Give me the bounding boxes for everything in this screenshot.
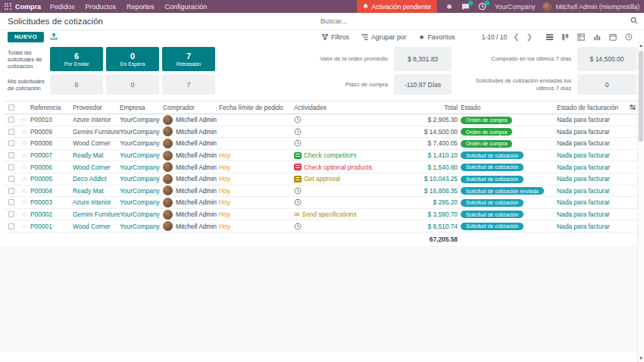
col-estado[interactable]: Estado bbox=[461, 104, 557, 111]
rfq-reference[interactable]: P00010 bbox=[30, 116, 73, 123]
col-fecha-limite[interactable]: Fecha límite de pedido bbox=[219, 104, 294, 111]
kpi-my-late[interactable]: 7 bbox=[162, 74, 215, 95]
col-actividades[interactable]: Actividades bbox=[294, 104, 409, 111]
favorite-star-icon[interactable]: ☆ bbox=[18, 198, 30, 206]
kanban-view-icon[interactable] bbox=[561, 33, 570, 42]
my-rfq-label[interactable]: Mis solicitudes de cotización bbox=[8, 74, 47, 95]
col-comprador[interactable]: Comprador bbox=[163, 104, 219, 111]
calendar-view-icon[interactable] bbox=[608, 33, 617, 42]
activity-cell[interactable]: Check competitors bbox=[294, 151, 409, 159]
row-checkbox[interactable] bbox=[5, 199, 18, 205]
table-row[interactable]: ☆ P00003 Azure Interior YourCompany Mitc… bbox=[5, 197, 644, 209]
row-checkbox[interactable] bbox=[5, 129, 18, 135]
table-row[interactable]: ☆ P00001 Wood Corner YourCompany Mitchel… bbox=[5, 220, 644, 232]
activity-cell[interactable] bbox=[294, 223, 409, 230]
table-row[interactable]: ☆ P00004 Ready Mat YourCompany Mitchell … bbox=[5, 186, 644, 198]
activation-pending-button[interactable]: Activación pendiente bbox=[357, 0, 436, 13]
menu-pedidos[interactable]: Pedidos bbox=[50, 3, 75, 11]
filters-button[interactable]: Filtros bbox=[322, 33, 349, 41]
select-all-checkbox[interactable] bbox=[5, 105, 18, 111]
table-row[interactable]: ☆ P00006 Wood Corner YourCompany Mitchel… bbox=[5, 161, 644, 173]
scroll-down-icon[interactable]: ▼ bbox=[638, 356, 644, 360]
rfq-reference[interactable]: P00004 bbox=[30, 187, 73, 195]
user-menu[interactable]: Mitchell Admin (miempresilla) bbox=[542, 2, 639, 11]
activity-cell[interactable]: ✉ Send specifications bbox=[294, 211, 409, 218]
rfq-reference[interactable]: P00002 bbox=[30, 211, 73, 218]
rfq-reference[interactable]: P00008 bbox=[30, 139, 73, 147]
col-empresa[interactable]: Empresa bbox=[120, 104, 163, 111]
pivot-view-icon[interactable] bbox=[577, 33, 586, 42]
all-rfq-label[interactable]: Todas las solicitudes de cotización bbox=[8, 47, 47, 71]
search-icon[interactable] bbox=[630, 17, 638, 26]
row-checkbox[interactable] bbox=[5, 211, 18, 217]
kpi-waiting[interactable]: 0 En Espera bbox=[106, 47, 159, 71]
messages-icon[interactable] bbox=[461, 2, 470, 11]
group-by-button[interactable]: Agrupar por bbox=[361, 33, 406, 41]
activity-cell[interactable]: Check optional products bbox=[294, 164, 409, 171]
row-checkbox[interactable] bbox=[5, 117, 18, 123]
favorites-button[interactable]: ★ Favoritos bbox=[418, 33, 455, 41]
kpi-my-waiting[interactable]: 0 bbox=[106, 74, 159, 95]
list-view-icon[interactable] bbox=[545, 33, 554, 42]
table-row[interactable]: ☆ P00005 Deco Addict YourCompany Mitchel… bbox=[5, 173, 644, 186]
company-switcher[interactable]: YourCompany bbox=[495, 3, 536, 11]
favorite-star-icon[interactable]: ☆ bbox=[18, 175, 30, 183]
row-checkbox[interactable] bbox=[5, 164, 18, 170]
apps-menu[interactable]: Compra bbox=[5, 3, 41, 11]
favorite-star-icon[interactable]: ☆ bbox=[18, 164, 30, 171]
upload-icon[interactable] bbox=[50, 33, 58, 42]
activity-cell[interactable] bbox=[294, 139, 409, 147]
purchased-7days-value[interactable]: $ 14,500.00 bbox=[577, 47, 636, 71]
activity-cell[interactable] bbox=[294, 198, 409, 206]
new-button[interactable]: NUEVO bbox=[8, 32, 44, 42]
kpi-to-send[interactable]: 6 Por Enviar bbox=[50, 47, 103, 71]
col-proveedor[interactable]: Proveedor bbox=[73, 104, 120, 111]
table-row[interactable]: ☆ P00009 Gemini Furniture YourCompany Mi… bbox=[5, 126, 644, 139]
menu-reportes[interactable]: Reportes bbox=[127, 3, 155, 11]
pager-previous-icon[interactable]: ❮ bbox=[512, 33, 520, 41]
activity-cell[interactable]: Get approval bbox=[294, 175, 409, 183]
app-name[interactable]: Compra bbox=[15, 3, 41, 11]
row-checkbox[interactable] bbox=[5, 223, 18, 229]
favorite-star-icon[interactable]: ☆ bbox=[18, 211, 30, 218]
table-row[interactable]: ☆ P00010 Azure Interior YourCompany Mitc… bbox=[5, 114, 644, 126]
pager-next-icon[interactable]: ❯ bbox=[526, 33, 533, 41]
vertical-scrollbar[interactable]: ▲ ▼ bbox=[637, 42, 644, 362]
row-checkbox[interactable] bbox=[5, 152, 18, 158]
favorite-star-icon[interactable]: ☆ bbox=[18, 187, 30, 195]
rfq-sent-7days-value[interactable]: 0 bbox=[577, 74, 636, 95]
row-checkbox[interactable] bbox=[5, 188, 18, 194]
lead-time-value[interactable]: -110.87 Días bbox=[394, 74, 452, 95]
kpi-late[interactable]: 7 Retrasado bbox=[162, 47, 215, 71]
activity-view-icon[interactable] bbox=[624, 33, 633, 42]
search-bar[interactable] bbox=[314, 13, 644, 30]
favorite-star-icon[interactable]: ☆ bbox=[18, 128, 30, 136]
rfq-reference[interactable]: P00007 bbox=[30, 151, 73, 159]
rfq-reference[interactable]: P00006 bbox=[30, 164, 73, 171]
rfq-reference[interactable]: P00003 bbox=[30, 198, 73, 206]
scroll-up-icon[interactable]: ▲ bbox=[638, 43, 644, 48]
activities-clock-icon[interactable] bbox=[478, 2, 487, 11]
favorite-star-icon[interactable]: ☆ bbox=[18, 116, 30, 123]
activity-cell[interactable] bbox=[294, 128, 409, 136]
menu-productos[interactable]: Productos bbox=[86, 3, 117, 11]
kpi-my-to-send[interactable]: 6 bbox=[50, 74, 103, 95]
table-row[interactable]: ☆ P00002 Gemini Furniture YourCompany Mi… bbox=[5, 209, 644, 221]
scrollbar-thumb[interactable] bbox=[639, 51, 643, 142]
rfq-reference[interactable]: P00005 bbox=[30, 175, 73, 183]
avg-order-value[interactable]: $ 8,301.83 bbox=[394, 47, 452, 71]
activity-cell[interactable] bbox=[294, 187, 409, 195]
menu-configuracion[interactable]: Configuración bbox=[165, 3, 208, 11]
col-referencia[interactable]: Referencia bbox=[30, 104, 73, 111]
graph-view-icon[interactable] bbox=[592, 33, 602, 42]
col-total[interactable]: Total bbox=[409, 104, 461, 111]
col-estado-facturacion[interactable]: Estado de facturación bbox=[557, 104, 629, 111]
activity-cell[interactable] bbox=[294, 116, 409, 123]
favorite-star-icon[interactable]: ☆ bbox=[18, 223, 30, 230]
favorite-star-icon[interactable]: ☆ bbox=[18, 151, 30, 159]
table-row[interactable]: ☆ P00008 Wood Corner YourCompany Mitchel… bbox=[5, 138, 644, 150]
favorite-star-icon[interactable]: ☆ bbox=[18, 139, 30, 147]
rfq-reference[interactable]: P00001 bbox=[30, 223, 73, 230]
rfq-reference[interactable]: P00009 bbox=[30, 128, 73, 136]
table-row[interactable]: ☆ P00007 Ready Mat YourCompany Mitchell … bbox=[5, 150, 644, 162]
